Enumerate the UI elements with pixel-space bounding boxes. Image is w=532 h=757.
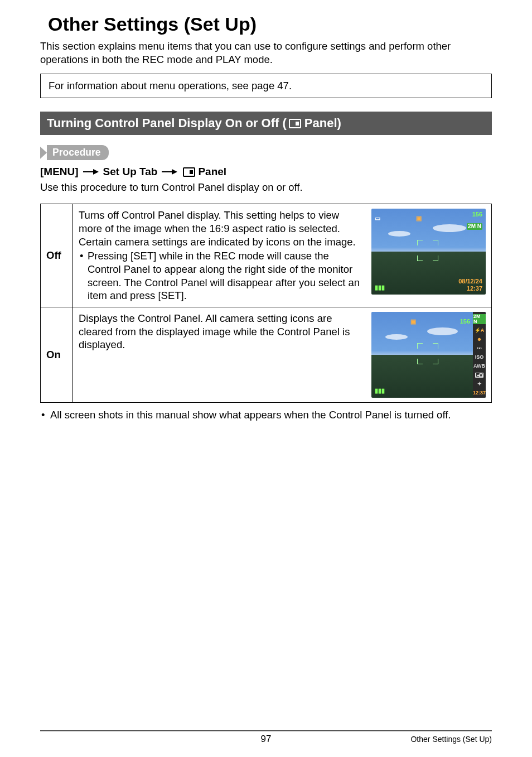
procedure-heading: Procedure <box>40 145 492 160</box>
panel-icon <box>183 167 195 177</box>
panel-item: EV <box>475 373 483 378</box>
panel-item: ‹▪› <box>477 346 482 351</box>
camera-icon: ▣ <box>410 318 416 325</box>
shots-remaining: 156 <box>467 211 482 218</box>
info-box: For information about menu operations, s… <box>40 74 492 98</box>
overlay-date: 08/12/24 <box>458 278 482 285</box>
procedure-pill: Procedure <box>47 145 109 160</box>
panel-item: ☻ <box>477 337 482 342</box>
row-body-on: Displays the Control Panel. All camera s… <box>73 307 492 403</box>
screenshot-off: ▭ ▣ 156 2M N <box>371 209 486 295</box>
section-header-prefix: Turning Control Panel Display On or Off … <box>47 116 287 131</box>
arrow-icon <box>83 168 99 175</box>
proc-step-setup: Set Up Tab <box>103 166 158 178</box>
row-label-on: On <box>41 307 73 403</box>
shots-remaining: 156 <box>460 318 470 325</box>
panel-item: 2M N <box>473 314 486 324</box>
page-footer: 97 Other Settings (Set Up) <box>40 730 492 744</box>
proc-step-panel: Panel <box>198 166 226 178</box>
section-header: Turning Control Panel Display On or Off … <box>40 112 492 135</box>
chevron-icon <box>40 147 47 159</box>
focus-frame-icon <box>417 343 441 367</box>
section-header-suffix: Panel) <box>304 116 341 131</box>
arrow-icon <box>162 168 177 175</box>
table-row: Off Turns off Control Panel display. Thi… <box>41 204 492 307</box>
chapter-title: Other Settings (Set Up) <box>48 13 492 35</box>
panel-item: ✦ <box>477 382 482 387</box>
battery-icon: ▮▮▮ <box>375 387 385 394</box>
overlay-time: 12:37 <box>458 285 482 292</box>
on-text: Displays the Control Panel. All camera s… <box>79 312 350 350</box>
panel-item: 12:37 <box>473 390 486 396</box>
focus-frame-icon <box>417 240 441 263</box>
page-number: 97 <box>261 734 272 745</box>
battery-icon: ▮▮▮ <box>375 284 385 291</box>
intro-paragraph: This section explains menu items that yo… <box>40 40 492 66</box>
panel-item: ⚡A <box>475 328 485 333</box>
row-body-off: Turns off Control Panel display. This se… <box>73 204 492 307</box>
image-size-badge: 2M N <box>467 223 482 230</box>
procedure-path: [MENU] Set Up Tab Panel <box>40 166 492 178</box>
table-row: On Displays the Control Panel. All camer… <box>41 307 492 403</box>
procedure-description: Use this procedure to turn Control Panel… <box>40 181 492 194</box>
camera-icon: ▣ <box>416 215 422 221</box>
settings-table: Off Turns off Control Panel display. Thi… <box>40 204 492 403</box>
row-label-off: Off <box>41 204 73 307</box>
footnote: All screen shots in this manual show wha… <box>40 408 492 422</box>
footer-chapter: Other Settings (Set Up) <box>410 735 492 744</box>
off-text: Turns off Control Panel display. This se… <box>79 209 356 247</box>
screenshot-on: ▣ 156 <box>371 312 486 398</box>
memory-icon: ▭ <box>375 215 380 221</box>
panel-item: ISO <box>475 355 484 360</box>
panel-item: AWB <box>473 364 485 369</box>
proc-step-menu: [MENU] <box>40 166 79 178</box>
control-panel-strip: 2M N ⚡A ☻ ‹▪› ISO AWB EV ✦ 12:37 <box>473 312 486 398</box>
panel-icon <box>289 119 301 128</box>
off-bullet: Pressing [SET] while in the REC mode wil… <box>79 249 362 302</box>
